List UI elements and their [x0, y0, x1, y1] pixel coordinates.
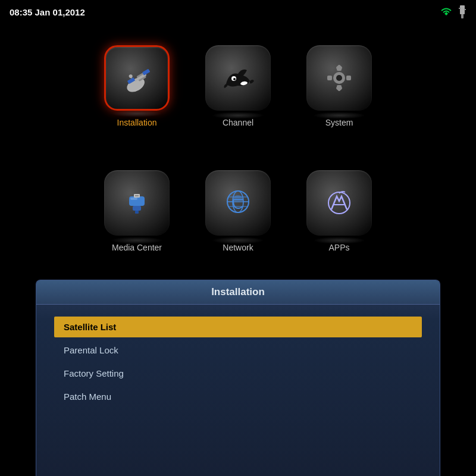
- main-menu: Installation Channel: [0, 24, 476, 274]
- svg-rect-3: [459, 8, 461, 9]
- datetime-display: 08:35 Jan 01,2012: [10, 7, 85, 17]
- panel-item-satellite-list[interactable]: Satellite List: [54, 317, 422, 337]
- top-bar: 08:35 Jan 01,2012: [0, 0, 476, 24]
- svg-rect-23: [327, 76, 332, 80]
- network-label: Network: [223, 243, 253, 252]
- apps-icon-wrap: [306, 170, 372, 236]
- apps-label: APPs: [328, 243, 349, 252]
- svg-rect-2: [461, 14, 464, 18]
- installation-icon-wrap: [104, 45, 170, 111]
- svg-rect-24: [346, 76, 351, 80]
- menu-item-system[interactable]: System: [306, 45, 372, 127]
- menu-item-media-center[interactable]: Media Center: [104, 170, 170, 252]
- channel-icon-wrap: [205, 45, 271, 111]
- panel-title: Installation: [211, 286, 265, 298]
- wifi-icon: [439, 6, 453, 18]
- svg-point-20: [336, 75, 342, 81]
- satellite-icon: [116, 57, 158, 99]
- menu-item-channel[interactable]: Channel: [205, 45, 271, 127]
- system-label: System: [325, 118, 353, 127]
- network-icon: [217, 182, 259, 224]
- status-icons: [439, 5, 466, 18]
- panel-header: Installation: [36, 280, 440, 305]
- installation-panel: Installation Satellite List Parental Loc…: [36, 280, 440, 476]
- menu-item-installation[interactable]: Installation: [104, 45, 170, 127]
- menu-item-apps[interactable]: APPs: [306, 170, 372, 252]
- svg-rect-32: [135, 211, 139, 214]
- system-icon-wrap: [306, 45, 372, 111]
- svg-rect-34: [135, 195, 139, 196]
- usb-icon: [458, 5, 466, 18]
- menu-item-network[interactable]: Network: [205, 170, 271, 252]
- panel-body: Satellite List Parental Lock Factory Set…: [36, 305, 440, 419]
- panel-item-patch-menu[interactable]: Patch Menu: [54, 386, 422, 407]
- menu-grid: Installation Channel: [89, 27, 387, 271]
- network-icon-wrap: [205, 170, 271, 236]
- svg-point-9: [129, 74, 133, 79]
- media-center-icon-wrap: [104, 170, 170, 236]
- media-center-label: Media Center: [112, 243, 162, 252]
- panel-item-parental-lock[interactable]: Parental Lock: [54, 340, 422, 361]
- channel-icon: [217, 57, 259, 99]
- svg-rect-28: [336, 84, 342, 91]
- panel-item-factory-setting[interactable]: Factory Setting: [54, 363, 422, 384]
- svg-rect-35: [130, 198, 137, 200]
- channel-label: Channel: [223, 118, 253, 127]
- svg-rect-1: [460, 5, 465, 14]
- svg-rect-27: [336, 64, 342, 71]
- svg-rect-4: [464, 9, 466, 10]
- svg-point-16: [233, 78, 236, 80]
- installation-label: Installation: [117, 118, 157, 127]
- svg-rect-31: [133, 206, 141, 211]
- apps-icon: [318, 182, 360, 224]
- usb-drive-icon: [116, 182, 158, 224]
- svg-marker-0: [444, 12, 448, 15]
- svg-point-44: [328, 192, 350, 214]
- gear-icon: [318, 57, 360, 99]
